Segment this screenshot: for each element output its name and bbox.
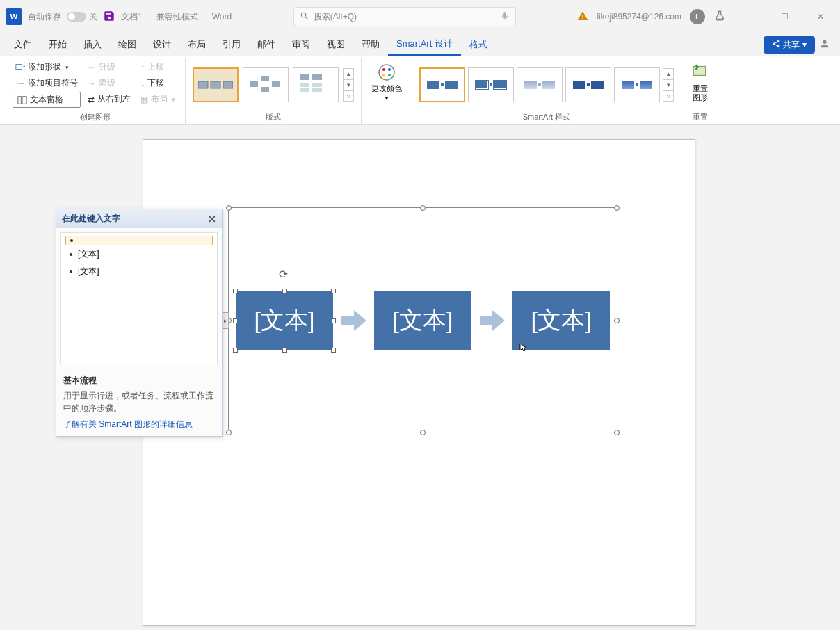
svg-rect-0 [16, 64, 22, 69]
text-pane-icon [17, 95, 27, 105]
share-button[interactable]: 共享 ▾ [764, 36, 815, 54]
style-item-3[interactable] [517, 67, 563, 102]
svg-rect-14 [312, 74, 322, 80]
text-pane-body[interactable]: [文本] [文本] [60, 232, 218, 364]
layout-thumb-1[interactable] [193, 67, 239, 102]
text-pane-toggle[interactable]: ▸ [222, 312, 229, 329]
doc-name: 文档1 [121, 11, 143, 23]
rtl-button[interactable]: ⇄从右到左 [85, 92, 134, 106]
save-icon[interactable] [103, 10, 115, 24]
user-email[interactable]: likeji895274@126.com [597, 12, 681, 22]
user-avatar[interactable]: L [690, 9, 705, 24]
change-colors-button[interactable]: 更改颜色 ▾ [369, 60, 405, 112]
group-label-layouts: 版式 [193, 110, 354, 124]
reset-graphic-button[interactable]: 重置 图形 [688, 60, 712, 110]
tab-mailings[interactable]: 邮件 [249, 34, 284, 55]
text-pane-item[interactable]: [文本] [65, 263, 213, 280]
text-pane[interactable]: 在此处键入文字 ✕ [文本] [文本] 基本流程 用于显示行进，或者任务、流程或… [56, 209, 223, 437]
rotate-handle-icon[interactable]: ⟳ [279, 268, 288, 281]
resize-handle[interactable] [226, 205, 232, 211]
add-shape-button[interactable]: 添加形状▾ [13, 60, 81, 74]
svg-rect-13 [300, 74, 309, 80]
tab-design[interactable]: 设计 [145, 34, 179, 55]
compat-mode: 兼容性模式 [156, 11, 198, 23]
resize-handle[interactable] [614, 205, 620, 211]
warning-icon[interactable] [577, 10, 588, 24]
smartart-frame[interactable]: ▸ ⟳ [文本] [文本] [文本] [228, 207, 617, 433]
style-item-5[interactable] [614, 67, 660, 102]
text-pane-button[interactable]: 文本窗格 [13, 92, 81, 108]
tab-format[interactable]: 格式 [461, 34, 496, 55]
close-icon[interactable]: ✕ [208, 213, 216, 225]
tab-insert[interactable]: 插入 [75, 34, 110, 55]
move-down-button[interactable]: ↓下移 [138, 76, 178, 90]
style-item-1[interactable] [419, 67, 465, 102]
tab-bar: 文件 开始 插入 绘图 设计 布局 引用 邮件 审阅 视图 帮助 SmartAr… [0, 33, 840, 56]
layout-button[interactable]: ▦布局▾ [138, 92, 178, 106]
text-pane-item[interactable]: [文本] [65, 245, 213, 263]
arrow-down-icon: ↓ [140, 79, 145, 88]
search-box[interactable]: 搜索(Alt+Q) [293, 7, 516, 26]
demote-button[interactable]: →降级 [85, 76, 134, 90]
smartart-arrow[interactable] [341, 310, 366, 331]
promote-button[interactable]: ←升级 [85, 60, 134, 74]
add-bullet-button[interactable]: 添加项目符号 [13, 76, 81, 90]
layout-thumb-3[interactable] [293, 67, 339, 102]
autosave-toggle[interactable]: 关 [67, 11, 97, 23]
text-pane-footer: 基本流程 用于显示行进，或者任务、流程或工作流中的顺序步骤。 了解有关 Smar… [56, 369, 222, 436]
collaboration-icon[interactable] [815, 38, 834, 51]
layout-scroll[interactable]: ▴▾▿ [343, 68, 354, 102]
resize-handle[interactable] [420, 205, 426, 211]
minimize-button[interactable]: ─ [734, 7, 762, 26]
arrow-right-icon: → [88, 79, 96, 88]
svg-rect-17 [300, 88, 309, 92]
maximize-button[interactable]: ☐ [770, 7, 798, 26]
style-scroll[interactable]: ▴▾▿ [663, 68, 674, 102]
svg-rect-6 [198, 81, 208, 88]
palette-icon [377, 63, 396, 82]
layout-thumb-2[interactable] [243, 67, 289, 102]
svg-point-22 [382, 74, 385, 76]
ribbon: 添加形状▾ 添加项目符号 文本窗格 ←升级 →降级 ⇄从右到左 ↑上移 ↓下移 [0, 56, 840, 125]
experiment-icon[interactable] [713, 10, 726, 24]
svg-point-3 [17, 85, 18, 86]
search-placeholder: 搜索(Alt+Q) [314, 11, 357, 23]
tab-draw[interactable]: 绘图 [110, 34, 145, 55]
style-item-4[interactable] [565, 67, 611, 102]
page[interactable]: ▸ ⟳ [文本] [文本] [文本] [143, 139, 695, 626]
tab-file[interactable]: 文件 [6, 34, 40, 55]
style-item-2[interactable] [468, 67, 514, 102]
svg-rect-24 [693, 66, 705, 75]
chevron-down-icon: ▾ [802, 40, 807, 49]
smartart-info-link[interactable]: 了解有关 SmartArt 图形的详细信息 [63, 419, 215, 430]
text-pane-item[interactable] [65, 236, 213, 245]
ribbon-group-reset: 重置 图形 重置 [681, 58, 719, 124]
tab-help[interactable]: 帮助 [353, 34, 388, 55]
tab-home[interactable]: 开始 [40, 34, 75, 55]
tab-layout[interactable]: 布局 [179, 34, 214, 55]
tab-references[interactable]: 引用 [214, 34, 249, 55]
ribbon-group-layouts: ▴▾▿ 版式 [186, 58, 362, 124]
svg-rect-16 [312, 83, 322, 87]
smartart-box-1[interactable]: ⟳ [文本] [236, 291, 333, 350]
svg-point-21 [388, 68, 391, 71]
mic-icon[interactable] [500, 11, 510, 23]
reset-icon [691, 63, 709, 83]
text-pane-header[interactable]: 在此处键入文字 ✕ [56, 209, 222, 228]
titlebar: W 自动保存 关 文档1 - 兼容性模式 - Word 搜索(Alt+Q) li… [0, 0, 840, 33]
resize-handle[interactable] [614, 318, 620, 323]
tab-review[interactable]: 审阅 [284, 34, 318, 55]
word-app-icon: W [6, 8, 22, 25]
smartart-box-3[interactable]: [文本] [512, 291, 610, 350]
resize-handle[interactable] [614, 430, 620, 435]
tab-view[interactable]: 视图 [318, 34, 353, 55]
resize-handle[interactable] [226, 430, 232, 435]
close-button[interactable]: ✕ [807, 7, 834, 26]
tab-smartart-design[interactable]: SmartArt 设计 [388, 33, 461, 56]
resize-handle[interactable] [420, 430, 426, 435]
move-up-button[interactable]: ↑上移 [138, 60, 178, 74]
footer-desc: 用于显示行进，或者任务、流程或工作流中的顺序步骤。 [63, 389, 215, 414]
smartart-arrow[interactable] [480, 310, 505, 331]
smartart-box-2[interactable]: [文本] [374, 291, 471, 350]
svg-rect-10 [261, 76, 269, 81]
